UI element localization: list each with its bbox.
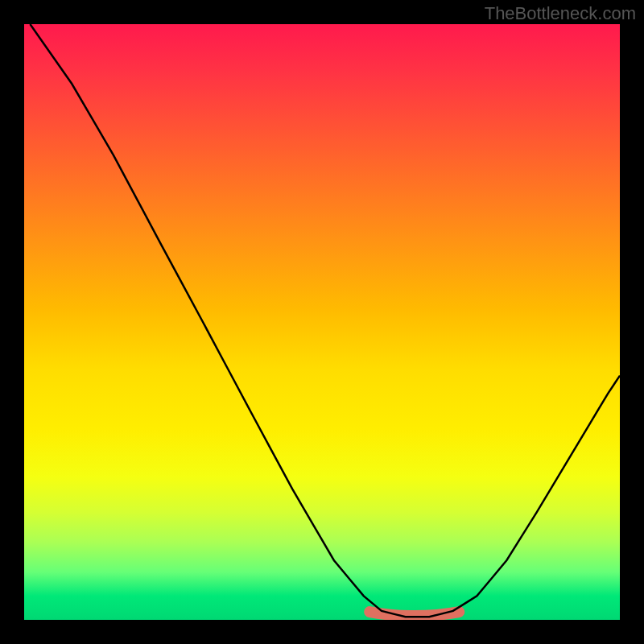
chart-curve-line — [30, 24, 620, 617]
chart-svg — [24, 24, 620, 620]
chart-plot-area — [24, 24, 620, 620]
watermark-text: TheBottleneck.com — [485, 3, 636, 24]
